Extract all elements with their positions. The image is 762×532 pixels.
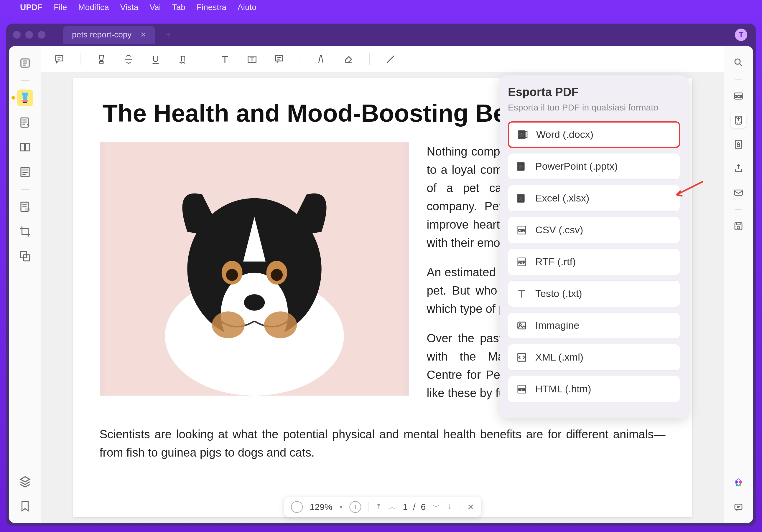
- svg-rect-3: [21, 118, 28, 127]
- svg-rect-5: [26, 144, 30, 151]
- zoom-out-button[interactable]: −: [291, 501, 303, 513]
- current-page[interactable]: 1: [403, 502, 408, 512]
- paragraph: Scientists are looking at what the poten…: [100, 425, 666, 462]
- menu-go[interactable]: Vai: [149, 3, 161, 12]
- strikethrough-tool[interactable]: [122, 53, 135, 65]
- document-tab[interactable]: pets report-copy ✕: [63, 26, 155, 43]
- textbox-tool[interactable]: [246, 53, 258, 65]
- new-tab-button[interactable]: ＋: [163, 28, 173, 41]
- bookmark-tool[interactable]: [17, 498, 33, 514]
- svg-point-53: [736, 481, 738, 483]
- svg-text:W: W: [519, 132, 524, 138]
- svg-text:X: X: [519, 196, 522, 201]
- separator: [300, 53, 300, 65]
- svg-text:OCR: OCR: [734, 95, 742, 99]
- separator: [368, 502, 369, 512]
- separator: [204, 53, 204, 65]
- export-option-img[interactable]: Immagine: [508, 312, 680, 339]
- menu-help[interactable]: Aiuto: [238, 3, 257, 12]
- highlight-color-tool[interactable]: [95, 53, 108, 65]
- left-sidebar: [9, 46, 41, 523]
- export-title: Esporta PDF: [508, 86, 680, 99]
- svg-text:RTF: RTF: [518, 260, 525, 264]
- highlight-tool[interactable]: [17, 90, 33, 106]
- svg-text:HTML: HTML: [518, 388, 526, 391]
- compare-tool[interactable]: [17, 248, 33, 265]
- divider: [21, 80, 30, 81]
- callout-tool[interactable]: [273, 53, 285, 65]
- app-name[interactable]: UPDF: [20, 3, 42, 12]
- svg-rect-49: [734, 190, 742, 195]
- reader-tool[interactable]: [17, 55, 33, 71]
- eraser-tool[interactable]: [342, 53, 355, 65]
- ai-button[interactable]: [731, 476, 746, 491]
- crop-tool[interactable]: [17, 223, 33, 240]
- export-option-csv[interactable]: CSVCSV (.csv): [508, 217, 680, 243]
- protect-button[interactable]: [731, 137, 746, 152]
- html-icon: HTML: [516, 383, 528, 395]
- minimize-window-icon[interactable]: [25, 31, 33, 38]
- export-option-xml[interactable]: XML (.xml): [508, 344, 680, 370]
- svg-rect-37: [518, 322, 526, 329]
- last-page-button[interactable]: ⤓: [447, 503, 453, 511]
- svg-rect-14: [275, 56, 283, 61]
- close-window-icon[interactable]: [13, 31, 21, 38]
- layers-tool[interactable]: [17, 473, 33, 490]
- export-subtitle: Esporta il tuo PDF in qualsiasi formato: [508, 101, 680, 114]
- svg-point-25: [264, 311, 297, 338]
- close-tab-icon[interactable]: ✕: [140, 31, 146, 39]
- pages-tool[interactable]: [17, 139, 33, 156]
- export-option-excel[interactable]: XExcel (.xlsx): [508, 185, 680, 212]
- divider: [734, 79, 742, 80]
- menu-window[interactable]: Finestra: [196, 3, 226, 12]
- email-button[interactable]: [731, 185, 746, 200]
- maximize-window-icon[interactable]: [38, 31, 45, 38]
- menu-edit[interactable]: Modifica: [78, 3, 109, 12]
- first-page-button[interactable]: ⤒: [376, 503, 382, 511]
- svg-point-42: [735, 59, 740, 64]
- document-image: [100, 142, 409, 396]
- export-button[interactable]: [731, 112, 746, 128]
- divider: [734, 209, 742, 210]
- share-button[interactable]: [731, 161, 746, 176]
- tab-title: pets report-copy: [72, 30, 131, 39]
- page-indicator: 1 / 6: [403, 502, 426, 512]
- search-button[interactable]: [731, 55, 746, 70]
- edit-tool[interactable]: [17, 114, 33, 131]
- menu-view[interactable]: Vista: [120, 3, 138, 12]
- export-option-rtf[interactable]: RTFRTF (.rtf): [508, 249, 680, 275]
- excel-icon: X: [516, 192, 528, 204]
- menu-tab[interactable]: Tab: [172, 3, 186, 12]
- form-tool[interactable]: [17, 164, 33, 180]
- underline-tool[interactable]: [149, 53, 162, 65]
- text-tool[interactable]: [219, 53, 231, 65]
- svg-rect-2: [23, 102, 27, 103]
- user-avatar[interactable]: T: [735, 29, 747, 41]
- export-option-word[interactable]: WWord (.docx): [508, 121, 680, 148]
- zoom-dropdown-icon[interactable]: ▾: [340, 503, 343, 510]
- export-option-html[interactable]: HTMLHTML (.htm): [508, 376, 680, 402]
- csv-icon: CSV: [516, 224, 528, 236]
- ocr-button[interactable]: OCR: [731, 88, 746, 104]
- menu-file[interactable]: File: [54, 3, 67, 12]
- svg-point-52: [737, 226, 740, 229]
- zoom-in-button[interactable]: +: [349, 501, 361, 513]
- svg-point-23: [244, 294, 265, 311]
- next-page-button[interactable]: ﹀: [433, 502, 440, 512]
- zoom-level[interactable]: 129%: [310, 502, 333, 512]
- save-button[interactable]: [731, 219, 746, 234]
- comment-button[interactable]: [731, 499, 746, 515]
- redact-tool[interactable]: [17, 199, 33, 215]
- xml-icon: [516, 352, 528, 363]
- pencil-tool[interactable]: [315, 53, 328, 65]
- export-option-ppt[interactable]: PPowerPoint (.pptx): [508, 153, 680, 180]
- close-controls-button[interactable]: ✕: [467, 502, 474, 512]
- squiggly-tool[interactable]: [177, 53, 189, 65]
- export-option-txt[interactable]: Testo (.txt): [508, 281, 680, 307]
- svg-rect-9: [26, 208, 30, 211]
- app-frame: pets report-copy ✕ ＋ T: [6, 24, 756, 526]
- line-tool[interactable]: [384, 53, 397, 65]
- main-area: The Health and Mood-Boosting Benefits of…: [41, 46, 724, 523]
- note-tool[interactable]: [53, 53, 65, 65]
- prev-page-button[interactable]: ︿: [389, 502, 396, 512]
